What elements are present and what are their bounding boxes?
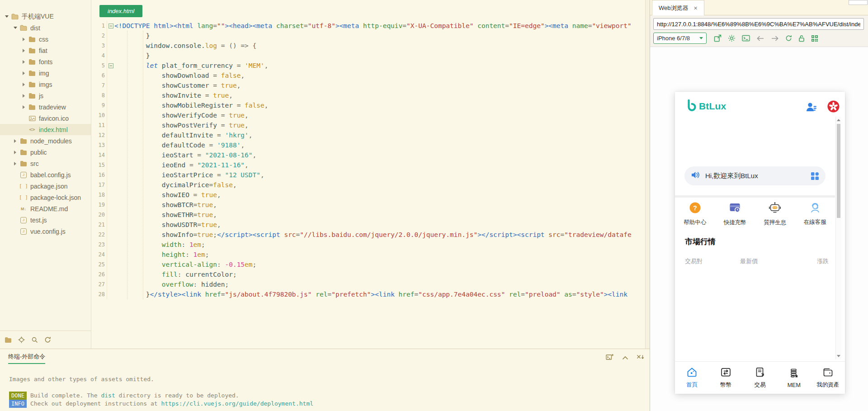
console-icon[interactable] <box>742 35 750 42</box>
code-line-13[interactable]: 13 defaultCode = '9188', <box>91 140 645 150</box>
nav-item-mem[interactable]: MEM <box>777 368 811 388</box>
chevron-down-icon[interactable] <box>4 15 9 18</box>
chevron-right-icon[interactable] <box>21 83 27 86</box>
tree-item-public[interactable]: public <box>0 146 91 158</box>
code-line-16[interactable]: 16 ieoStartPrice = "12 USDT", <box>91 170 645 180</box>
scroll-down-icon[interactable] <box>837 355 840 357</box>
code-line-7[interactable]: 7 showCustomer = true, <box>91 80 645 90</box>
tree-item-node-modules[interactable]: node_modules <box>0 135 91 146</box>
chevron-right-icon[interactable] <box>21 49 27 52</box>
menu-item-質押生息[interactable]: 質押生息 <box>755 202 795 227</box>
tree-item-package-lock-json[interactable]: [ ]package-lock.json <box>0 192 91 203</box>
browser-tab[interactable]: Web浏览器 × <box>652 0 704 15</box>
code-line-22[interactable]: 22 showInfo=true;</script><script src="/… <box>91 230 645 240</box>
qrcode-icon[interactable] <box>811 35 818 42</box>
code-line-20[interactable]: 20 showETHR=true, <box>91 210 645 220</box>
code-line-27[interactable]: 27 overflow: hidden; <box>91 279 645 289</box>
tree-item-fonts[interactable]: fonts <box>0 56 91 67</box>
tree-item-css[interactable]: css <box>0 33 91 45</box>
forward-icon[interactable] <box>771 35 779 42</box>
code-line-17[interactable]: 17 dycimalPrice=false, <box>91 180 645 190</box>
refresh-icon[interactable] <box>785 35 792 42</box>
chevron-right-icon[interactable] <box>21 94 27 98</box>
tree-item-index-html[interactable]: <>index.html <box>0 124 91 135</box>
close-terminal-icon[interactable] <box>637 354 644 362</box>
code-line-24[interactable]: 24 height: 1em; <box>91 250 645 260</box>
hk-flag-icon[interactable] <box>827 100 840 114</box>
folder-icon[interactable] <box>5 337 12 343</box>
welcome-notice-bar[interactable]: Hi,歡迎來到BtLux <box>684 166 826 185</box>
code-line-8[interactable]: 8 showInvite = true, <box>91 90 645 100</box>
nav-item-我的資產[interactable]: 我的資產 <box>811 367 845 389</box>
lock-icon[interactable] <box>798 35 805 42</box>
menu-item-快捷充幣[interactable]: 快捷充幣 <box>715 202 755 227</box>
chevron-right-icon[interactable] <box>12 139 18 143</box>
nav-item-交易[interactable]: 交易 <box>743 367 777 389</box>
tree-item-img[interactable]: img <box>0 67 91 79</box>
code-line-23[interactable]: 23 width: 1em; <box>91 240 645 250</box>
terminal-tab[interactable]: 终端-外部命令 <box>8 353 45 364</box>
open-external-icon[interactable] <box>714 34 722 42</box>
menu-item-在線客服[interactable]: 在線客服 <box>795 202 835 227</box>
back-icon[interactable] <box>756 35 764 42</box>
code-line-6[interactable]: 6 showDownload = false, <box>91 71 645 80</box>
code-line-18[interactable]: 18 showIEO = true, <box>91 190 645 200</box>
chevron-right-icon[interactable] <box>21 60 27 64</box>
phone-scrollbar[interactable] <box>835 117 841 359</box>
code-line-10[interactable]: 10 showVerifyCode = true, <box>91 110 645 120</box>
code-line-21[interactable]: 21 showUSDTR=true, <box>91 220 645 230</box>
code-line-25[interactable]: 25 vertical-align: -0.15em; <box>91 260 645 269</box>
tree-item-favicon-ico[interactable]: favicon.ico <box>0 113 91 124</box>
chevron-right-icon[interactable] <box>21 105 27 109</box>
fold-marker-icon[interactable]: − <box>107 21 114 31</box>
tree-item-手机端vue[interactable]: 手机端VUE <box>0 11 91 22</box>
code-line-26[interactable]: 26 fill: currentColor; <box>91 269 645 279</box>
code-line-28[interactable]: 28 }</style><link href="js/about.4f79820… <box>91 289 645 299</box>
scrollbar-thumb[interactable] <box>837 124 840 218</box>
tree-item-fiat[interactable]: fiat <box>0 45 91 56</box>
device-select[interactable]: iPhone 6/7/8 <box>653 33 707 44</box>
search-icon[interactable] <box>31 336 38 343</box>
contact-icon[interactable] <box>806 102 817 114</box>
code-line-5[interactable]: 5− let plat_form_currency = 'MEM', <box>91 61 645 71</box>
nav-item-幣幣[interactable]: 幣幣 <box>709 367 743 389</box>
close-icon[interactable]: × <box>694 5 698 12</box>
code-area[interactable]: 1−<!DOCTYPE html><html lang=""><head><me… <box>91 21 645 299</box>
nav-item-首頁[interactable]: 首頁 <box>675 367 709 389</box>
collapse-up-icon[interactable] <box>622 354 628 362</box>
code-line-2[interactable]: 2 } <box>91 31 645 41</box>
grid-icon[interactable] <box>811 172 819 180</box>
refresh-icon[interactable] <box>44 336 51 343</box>
tree-item-tradeview[interactable]: tradeview <box>0 101 91 113</box>
editor-tab-index-html[interactable]: index.html <box>99 5 142 17</box>
locate-icon[interactable] <box>18 336 25 343</box>
menu-item-帮助中心[interactable]: ?帮助中心 <box>675 202 715 227</box>
code-line-4[interactable]: 4 } <box>91 51 645 61</box>
tree-item-vue-config-js[interactable]: Jvue.config.js <box>0 226 91 237</box>
tree-item-dist[interactable]: dist <box>0 22 91 33</box>
terminal-link[interactable]: dist <box>101 392 115 399</box>
chevron-right-icon[interactable] <box>21 38 27 41</box>
tree-item-package-json[interactable]: [ ]package.json <box>0 180 91 192</box>
tree-item-readme-md[interactable]: M↓README.md <box>0 203 91 214</box>
chevron-right-icon[interactable] <box>12 162 18 165</box>
url-input[interactable] <box>653 18 864 30</box>
code-line-3[interactable]: 3 window.console.log = () => { <box>91 41 645 51</box>
chevron-right-icon[interactable] <box>21 71 27 75</box>
terminal-link[interactable]: https://cli.vuejs.org/guide/deployment.h… <box>161 400 314 407</box>
code-line-11[interactable]: 11 showPostVerify = true, <box>91 120 645 130</box>
tree-item-src[interactable]: src <box>0 158 91 169</box>
tree-item-imgs[interactable]: imgs <box>0 79 91 90</box>
tree-item-test-js[interactable]: Jtest.js <box>0 214 91 226</box>
chevron-right-icon[interactable] <box>12 151 18 154</box>
code-line-1[interactable]: 1−<!DOCTYPE html><html lang=""><head><me… <box>91 21 645 31</box>
editor-scrollbar[interactable] <box>645 0 650 349</box>
fold-marker-icon[interactable]: − <box>107 61 114 71</box>
code-line-14[interactable]: 14 ieoStart = "2021-08-16", <box>91 150 645 160</box>
chevron-down-icon[interactable] <box>12 27 18 29</box>
gear-icon[interactable] <box>728 34 736 42</box>
code-line-9[interactable]: 9 showMobileRegister = false, <box>91 100 645 110</box>
new-terminal-icon[interactable] <box>606 354 614 362</box>
tree-item-babel-config-js[interactable]: Jbabel.config.js <box>0 169 91 180</box>
code-line-19[interactable]: 19 showBTCR=true, <box>91 200 645 210</box>
